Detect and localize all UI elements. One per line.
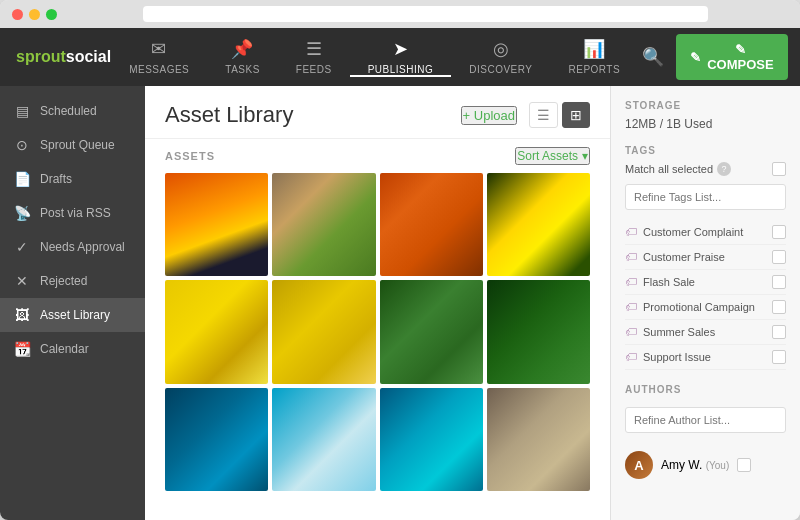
right-panel: STORAGE 12MB / 1B Used TAGS Match all se… — [610, 86, 800, 520]
tag-icon: 🏷 — [625, 325, 637, 339]
address-bar[interactable] — [143, 6, 708, 22]
calendar-icon: 📆 — [14, 341, 30, 357]
rss-icon: 📡 — [14, 205, 30, 221]
tag-checkbox[interactable] — [772, 250, 786, 264]
help-icon[interactable]: ? — [717, 162, 731, 176]
image-tile[interactable] — [165, 173, 268, 276]
sidebar: ▤ Scheduled ⊙ Sprout Queue 📄 Drafts 📡 Po… — [0, 86, 145, 520]
image-tile[interactable] — [487, 173, 590, 276]
sidebar-item-asset-library[interactable]: 🖼 Asset Library — [0, 298, 145, 332]
tag-support-issue: 🏷 Support Issue — [625, 345, 786, 370]
storage-section-label: STORAGE — [625, 100, 786, 111]
drafts-icon: 📄 — [14, 171, 30, 187]
top-nav: sproutsocial ✉ MESSAGES 📌 TASKS ☰ FEEDS … — [0, 28, 800, 86]
image-tile[interactable] — [380, 173, 483, 276]
approval-icon: ✓ — [14, 239, 30, 255]
sidebar-item-drafts[interactable]: 📄 Drafts — [0, 162, 145, 196]
tag-checkbox[interactable] — [772, 275, 786, 289]
sidebar-approval-label: Needs Approval — [40, 240, 125, 254]
sidebar-rss-label: Post via RSS — [40, 206, 111, 220]
nav-feeds[interactable]: ☰ FEEDS — [278, 38, 350, 77]
image-tile[interactable] — [165, 388, 268, 491]
sidebar-sprout-queue-label: Sprout Queue — [40, 138, 115, 152]
nav-reports[interactable]: 📊 REPORTS — [550, 38, 638, 77]
feeds-icon: ☰ — [306, 38, 323, 60]
app-window: sproutsocial ✉ MESSAGES 📌 TASKS ☰ FEEDS … — [0, 0, 800, 520]
logo-sprout: sprout — [16, 48, 66, 65]
reports-icon: 📊 — [583, 38, 606, 60]
sidebar-rejected-label: Rejected — [40, 274, 87, 288]
sidebar-item-post-via-rss[interactable]: 📡 Post via RSS — [0, 196, 145, 230]
nav-messages[interactable]: ✉ MESSAGES — [111, 38, 207, 77]
match-all-row: Match all selected ? — [625, 162, 786, 176]
sidebar-item-needs-approval[interactable]: ✓ Needs Approval — [0, 230, 145, 264]
upload-button[interactable]: + Upload — [461, 106, 517, 125]
page-title: Asset Library — [165, 102, 293, 128]
maximize-dot[interactable] — [46, 9, 57, 20]
tag-icon: 🏷 — [625, 300, 637, 314]
tag-label: Support Issue — [643, 351, 711, 363]
image-tile[interactable] — [487, 388, 590, 491]
grid-view-icon: ⊞ — [570, 107, 582, 123]
compose-button[interactable]: ✎ ✎ COMPOSE — [676, 34, 787, 80]
sort-icon: ▾ — [582, 149, 588, 163]
author-checkbox[interactable] — [737, 458, 751, 472]
sidebar-item-sprout-queue[interactable]: ⊙ Sprout Queue — [0, 128, 145, 162]
rejected-icon: ✕ — [14, 273, 30, 289]
image-grid — [145, 173, 610, 511]
you-label: (You) — [706, 460, 730, 471]
tag-label: Customer Praise — [643, 251, 725, 263]
image-tile[interactable] — [165, 280, 268, 383]
sidebar-item-calendar[interactable]: 📆 Calendar — [0, 332, 145, 366]
tag-checkbox[interactable] — [772, 225, 786, 239]
nav-right: 🔍 ✎ ✎ COMPOSE — [638, 34, 787, 80]
close-dot[interactable] — [12, 9, 23, 20]
sidebar-drafts-label: Drafts — [40, 172, 72, 186]
tag-summer-sales: 🏷 Summer Sales — [625, 320, 786, 345]
content-header: Asset Library + Upload ☰ ⊞ — [145, 86, 610, 139]
nav-messages-label: MESSAGES — [129, 64, 189, 75]
author-row: A Amy W. (You) — [625, 451, 786, 479]
tag-promotional-campaign: 🏷 Promotional Campaign — [625, 295, 786, 320]
image-tile[interactable] — [380, 280, 483, 383]
match-all-checkbox[interactable] — [772, 162, 786, 176]
nav-discovery[interactable]: ◎ DISCOVERY — [451, 38, 550, 77]
image-tile[interactable] — [272, 173, 375, 276]
refine-authors-input[interactable] — [625, 407, 786, 433]
nav-reports-label: REPORTS — [568, 64, 620, 75]
image-tile[interactable] — [272, 388, 375, 491]
image-tile[interactable] — [272, 280, 375, 383]
grid-view-button[interactable]: ⊞ — [562, 102, 590, 128]
tag-icon: 🏷 — [625, 350, 637, 364]
sidebar-item-scheduled[interactable]: ▤ Scheduled — [0, 94, 145, 128]
scheduled-icon: ▤ — [14, 103, 30, 119]
image-tile[interactable] — [380, 388, 483, 491]
nav-tasks-label: TASKS — [225, 64, 260, 75]
messages-icon: ✉ — [151, 38, 167, 60]
tag-checkbox[interactable] — [772, 300, 786, 314]
match-label: Match all selected ? — [625, 162, 731, 176]
sidebar-asset-library-label: Asset Library — [40, 308, 110, 322]
search-button[interactable]: 🔍 — [638, 42, 668, 72]
assets-label: ASSETS — [165, 150, 215, 162]
logo: sproutsocial — [16, 48, 111, 66]
sidebar-item-rejected[interactable]: ✕ Rejected — [0, 264, 145, 298]
assets-bar: ASSETS Sort Assets ▾ — [145, 139, 610, 173]
tag-checkbox[interactable] — [772, 350, 786, 364]
refine-tags-input[interactable] — [625, 184, 786, 210]
minimize-dot[interactable] — [29, 9, 40, 20]
nav-publishing-label: PUBLISHING — [368, 64, 434, 75]
nav-publishing[interactable]: ➤ PUBLISHING — [350, 38, 452, 77]
tags-section-label: TAGS — [625, 145, 786, 156]
tag-checkbox[interactable] — [772, 325, 786, 339]
compose-icon: ✎ — [690, 50, 701, 65]
avatar: A — [625, 451, 653, 479]
list-view-button[interactable]: ☰ — [529, 102, 558, 128]
tag-flash-sale: 🏷 Flash Sale — [625, 270, 786, 295]
image-tile[interactable] — [487, 280, 590, 383]
nav-items: ✉ MESSAGES 📌 TASKS ☰ FEEDS ➤ PUBLISHING … — [111, 38, 638, 77]
sprout-queue-icon: ⊙ — [14, 137, 30, 153]
sidebar-calendar-label: Calendar — [40, 342, 89, 356]
sort-button[interactable]: Sort Assets ▾ — [515, 147, 590, 165]
nav-tasks[interactable]: 📌 TASKS — [207, 38, 278, 77]
